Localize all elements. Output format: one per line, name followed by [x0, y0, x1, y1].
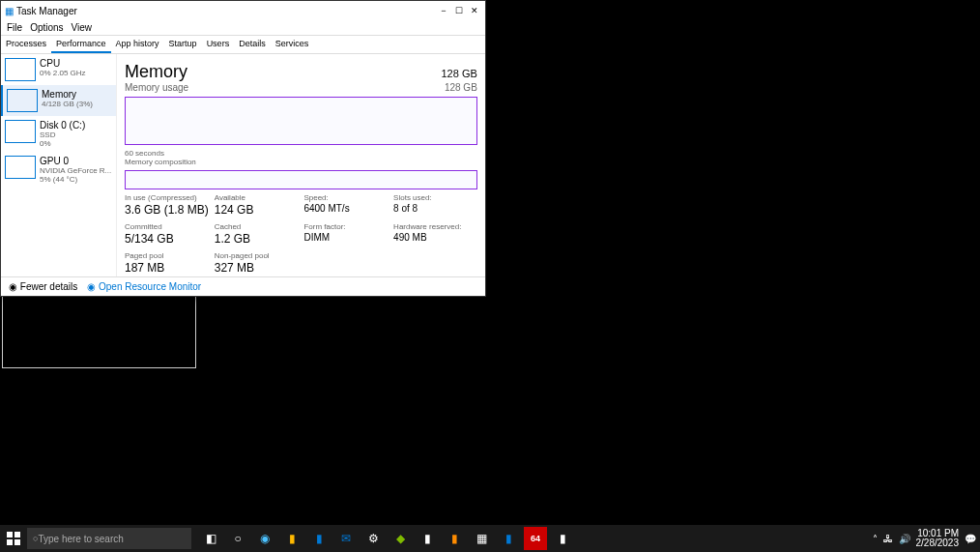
maximize-icon[interactable]: ☐ — [452, 4, 466, 17]
cpuz-icon[interactable]: ▮ — [497, 527, 520, 550]
sidebar-item-gpu[interactable]: GPU 0NVIDIA GeForce R...5% (44 °C) — [1, 152, 116, 188]
tm-main-title: Memory — [125, 62, 187, 82]
stat: In use (Compressed)3.6 GB (1.8 MB) — [125, 193, 209, 217]
tm-main: Memory 128 GB Memory usage128 GB 60 seco… — [117, 54, 485, 276]
thumb-graph — [5, 58, 36, 81]
tab-startup[interactable]: Startup — [164, 36, 202, 53]
svg-rect-1 — [7, 532, 13, 537]
op-row: Mesh/LLC Clock2500.0 MHzx25.00100.0 MHz0… — [6, 347, 192, 364]
tm-menu: FileOptionsView — [1, 20, 485, 36]
tab-performance[interactable]: Performance — [51, 36, 111, 53]
thumb-graph — [7, 89, 38, 112]
tab-users[interactable]: Users — [202, 36, 235, 53]
sidebar-item-cpu[interactable]: CPU0% 2.05 GHz — [1, 54, 116, 85]
stat: Speed:6400 MT/s — [303, 193, 388, 217]
stat: Hardware reserved:490 MB — [393, 222, 477, 246]
cortana-icon[interactable]: ○ — [226, 527, 249, 550]
start-button[interactable] — [0, 525, 27, 552]
stat: Cached1.2 GB — [215, 222, 299, 246]
menu-view[interactable]: View — [72, 22, 93, 33]
settings-icon[interactable]: ⚙ — [361, 527, 385, 550]
sidebar-item-memory[interactable]: Memory4/128 GB (3%) — [1, 85, 116, 116]
svg-rect-2 — [14, 532, 20, 537]
xbox-icon[interactable]: ◆ — [389, 527, 412, 550]
tm-sidebar: CPU0% 2.05 GHzMemory4/128 GB (3%)Disk 0 … — [1, 54, 117, 276]
sidebar-item-diskc[interactable]: Disk 0 (C:)SSD0% — [1, 116, 116, 152]
open-resource-monitor-link[interactable]: ◉ Open Resource Monitor — [87, 281, 201, 292]
tm-stats: In use (Compressed)3.6 GB (1.8 MB)Availa… — [125, 193, 477, 275]
app-icon[interactable]: ▮ — [416, 527, 439, 550]
tray-chevron-icon[interactable]: ˄ — [873, 534, 878, 544]
task-manager-icon: ▦ — [5, 6, 14, 16]
stat: Slots used:8 of 8 — [393, 193, 477, 217]
op-row: Mesh/LLC Max2500.0 MHzx25.00100.0 MHz — [6, 328, 192, 345]
tray-volume-icon[interactable]: 🔊 — [899, 534, 910, 544]
task-manager-window: ▦ Task Manager − ☐ ✕ FileOptionsView Pro… — [0, 0, 486, 297]
stat: Available124 GB — [215, 193, 299, 217]
tm-title: Task Manager — [16, 6, 437, 16]
stat: Paged pool187 MB — [125, 251, 209, 275]
menu-file[interactable]: File — [7, 22, 22, 33]
op-row: Avg. Effective Clock6.6 MHzx0.07 — [6, 300, 192, 326]
task-manager-icon[interactable]: ▦ — [470, 527, 493, 550]
explorer-icon[interactable]: ▮ — [280, 527, 303, 550]
tab-details[interactable]: Details — [234, 36, 271, 53]
notifications-icon[interactable]: 💬 — [965, 534, 976, 544]
thumb-graph — [5, 156, 36, 179]
tab-services[interactable]: Services — [271, 36, 314, 53]
tm-total: 128 GB — [442, 68, 477, 79]
svg-rect-3 — [7, 539, 13, 545]
taskbar: ○ Type here to search ◧ ○ ◉ ▮ ▮ ✉ ⚙ ◆ ▮ … — [0, 525, 980, 552]
tm-tabs: ProcessesPerformanceApp historyStartupUs… — [1, 36, 485, 54]
tab-app-history[interactable]: App history — [111, 36, 164, 53]
mail-icon[interactable]: ✉ — [334, 527, 358, 550]
thumb-graph — [5, 120, 36, 143]
stat: Form factor:DIMM — [303, 222, 388, 246]
hwinfo-icon[interactable]: 64 — [524, 527, 547, 550]
memory-usage-graph — [125, 97, 477, 145]
minimize-icon[interactable]: − — [437, 4, 450, 17]
tm-titlebar[interactable]: ▦ Task Manager − ☐ ✕ — [1, 1, 485, 20]
clock[interactable]: 10:01 PM 2/28/2023 — [916, 529, 960, 548]
aida-icon[interactable]: ▮ — [443, 527, 466, 550]
task-view-icon[interactable]: ◧ — [199, 527, 222, 550]
memory-composition-graph — [125, 170, 477, 189]
fewer-details-toggle[interactable]: ◉ Fewer details — [9, 281, 77, 292]
tray-network-icon[interactable]: 🖧 — [883, 534, 893, 544]
search-input[interactable]: ○ Type here to search — [27, 528, 191, 549]
svg-rect-4 — [14, 539, 20, 545]
store-icon[interactable]: ▮ — [307, 527, 331, 550]
menu-options[interactable]: Options — [30, 22, 63, 33]
tab-processes[interactable]: Processes — [1, 36, 51, 53]
edge-icon[interactable]: ◉ — [253, 527, 276, 550]
close-icon[interactable]: ✕ — [468, 4, 481, 17]
app-icon[interactable]: ▮ — [551, 527, 574, 550]
stat: Committed5/134 GB — [125, 222, 209, 246]
stat: Non-paged pool327 MB — [215, 251, 299, 275]
